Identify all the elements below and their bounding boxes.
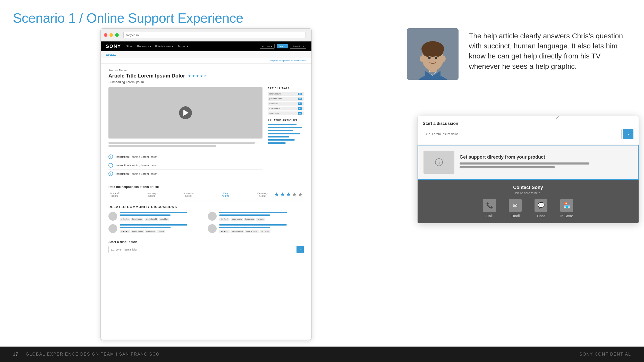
overlay-discussion-input[interactable] (423, 129, 622, 139)
contact-email[interactable]: ✉ Email (509, 199, 522, 218)
community-line-1b (120, 214, 171, 216)
community-line-2b (219, 214, 270, 216)
instore-icon: 🏪 (560, 199, 573, 212)
sony-logo: SONY (106, 44, 121, 49)
browser-chrome: sony.co.uk (101, 29, 311, 41)
instruction-2: 2 Instruction Heading Lorem Ipsum (108, 161, 262, 170)
related-line-1[interactable] (268, 124, 296, 125)
community-content-1: ★★★★☆ lorem ipsum products right candidu… (120, 212, 204, 221)
footer-confidential: SONY CONFIDENTIAL (579, 352, 631, 357)
rating-stars[interactable]: ★★★★★ (274, 191, 304, 198)
register-text: Register your product for faster support (270, 59, 306, 62)
search-btn[interactable]: Search (277, 44, 288, 48)
article-left: 1 Instruction Heading Lorem Ipsum 2 Inst… (108, 87, 262, 178)
svg-point-5 (422, 46, 433, 57)
community-avatar-2 (208, 212, 217, 221)
product-name-label: Product Name (108, 69, 304, 72)
meta-tag-14: facilisis lorem (231, 230, 244, 233)
discussion-submit-btn[interactable]: › (296, 246, 304, 253)
contact-options: 📞 Call ✉ Email 💬 Chat 🏪 In-Store (423, 199, 633, 218)
nav-support[interactable]: Support ▾ (177, 45, 189, 48)
article-tags-title: ARTICLE TAGS (268, 87, 304, 90)
meta-tag-6: lorem ipsum (231, 218, 243, 221)
account-btn[interactable]: Account ▾ (260, 44, 275, 49)
meta-tag-1: ★★★★☆ (120, 218, 130, 221)
discussion-input[interactable] (108, 246, 295, 253)
nav-electronics[interactable]: Electronics ▾ (137, 45, 151, 48)
person-portrait (407, 28, 459, 80)
tag-2[interactable]: products right14 (268, 97, 304, 101)
browser-close-btn[interactable] (104, 33, 107, 37)
related-line-6[interactable] (268, 139, 295, 141)
browser-minimize-btn[interactable] (109, 33, 113, 37)
contact-instore[interactable]: 🏪 In-Store (560, 199, 573, 218)
step-1-text: Instruction Heading Lorem Ipsum (116, 155, 157, 158)
contact-call[interactable]: 📞 Call (483, 199, 496, 218)
support-title: Get support directly from your product (460, 154, 633, 160)
footer-credits: GLOBAL EXPERIENCE DESIGN TEAM | SAN FRAN… (26, 352, 160, 357)
overlay-discussion-btn[interactable]: › (623, 129, 633, 139)
community-section: RELATED COMMUNITY DISCUSSIONS ★★★★☆ lore… (108, 202, 304, 233)
right-panel: The help article clearly answers Chris's… (407, 28, 629, 80)
call-icon: 📞 (483, 199, 496, 212)
community-line-4b (219, 227, 270, 228)
tag-5[interactable]: amet vivat32 (268, 111, 304, 115)
related-line-4[interactable] (268, 133, 300, 134)
play-icon (183, 110, 189, 116)
helpfulness-section: Rate the helpfulness of this article Not… (108, 182, 304, 198)
video-player[interactable] (108, 87, 262, 139)
community-grid: ★★★★☆ lorem ipsum products right candidu… (108, 212, 304, 233)
meta-tag-5: ★★★★☆ (219, 218, 230, 221)
contact-sony-panel: Contact Sony We're here to help. 📞 Call … (418, 180, 639, 223)
meta-tag-10: quia a mundi (131, 230, 144, 233)
step-2-text: Instruction Heading Lorem Ipsum (116, 164, 157, 167)
sony-nav-right: Account ▾ Search Sony Pro ▾ (260, 44, 306, 49)
call-label: Call (486, 214, 493, 218)
instruction-1: 1 Instruction Heading Lorem Ipsum (108, 153, 262, 161)
contact-sony-sub: We're here to help. (423, 191, 633, 195)
article-stars[interactable]: ★★★★☆ (188, 74, 207, 78)
instruction-3: 3 Instruction Heading Lorem Ipsum (108, 170, 262, 178)
step-2-circle: 2 (108, 163, 113, 168)
community-content-3: ★★★★☆ quia a mundi lorem vivat verodit (120, 224, 204, 233)
play-button[interactable] (179, 106, 192, 119)
scale-3: Somewhat helpful (182, 192, 195, 197)
related-line-5[interactable] (268, 136, 289, 137)
register-bar: Register your product for faster support (101, 58, 311, 64)
support-line-1 (460, 162, 589, 165)
sony-pro-btn[interactable]: Sony Pro ▾ (290, 44, 306, 49)
meta-tag-3: products right (145, 218, 158, 221)
sony-nav-links: Store Electronics ▾ Entertainment ▾ Supp… (126, 45, 188, 48)
community-avatar-1 (108, 212, 117, 221)
tag-4[interactable]: lorem alarm36 (268, 107, 304, 110)
support-product-img: ℹ (423, 151, 454, 174)
overlay-discussion-input-row: › (423, 129, 633, 139)
article-content: Product Name Article Title Lorem Ipsum D… (101, 64, 311, 258)
community-avatar-3 (108, 224, 117, 233)
contact-chat[interactable]: 💬 Chat (535, 199, 547, 218)
related-line-2[interactable] (268, 127, 302, 128)
svg-point-7 (428, 57, 431, 59)
meta-tag-2: lorem ipsum (131, 218, 143, 221)
community-meta-3: ★★★★☆ quia a mundi lorem vivat verodit (120, 230, 204, 233)
browser-maximize-btn[interactable] (115, 33, 119, 37)
svg-point-6 (433, 46, 443, 57)
sony-nav: SONY Store Electronics ▾ Entertainment ▾… (101, 41, 311, 51)
nav-store[interactable]: Store (126, 45, 132, 48)
svg-point-10 (442, 56, 446, 62)
related-line-3[interactable] (268, 130, 293, 131)
browser-address-bar[interactable]: sony.co.uk (123, 32, 306, 38)
support-nav-link[interactable]: Sony Pro > (106, 53, 116, 56)
step-3-text: Instruction Heading Lorem Ipsum (116, 172, 157, 175)
browser-mockup: sony.co.uk SONY Store Electronics ▾ Ente… (100, 28, 312, 340)
text-line-1 (108, 142, 255, 144)
community-content-2: ★★★★☆ lorem ipsum top privacy turicum (219, 212, 304, 221)
article-sidebar: ARTICLE TAGS lorem ipsum10 products righ… (268, 87, 304, 178)
tag-3[interactable]: candidus10 (268, 102, 304, 106)
nav-entertainment[interactable]: Entertainment ▾ (155, 45, 173, 48)
tag-1[interactable]: lorem ipsum10 (268, 92, 304, 96)
article-discussion-section: Start a discussion › (108, 237, 304, 253)
related-line-7[interactable] (268, 142, 286, 144)
step-1-circle: 1 (108, 154, 113, 159)
contact-sony-title: Contact Sony (423, 185, 633, 190)
